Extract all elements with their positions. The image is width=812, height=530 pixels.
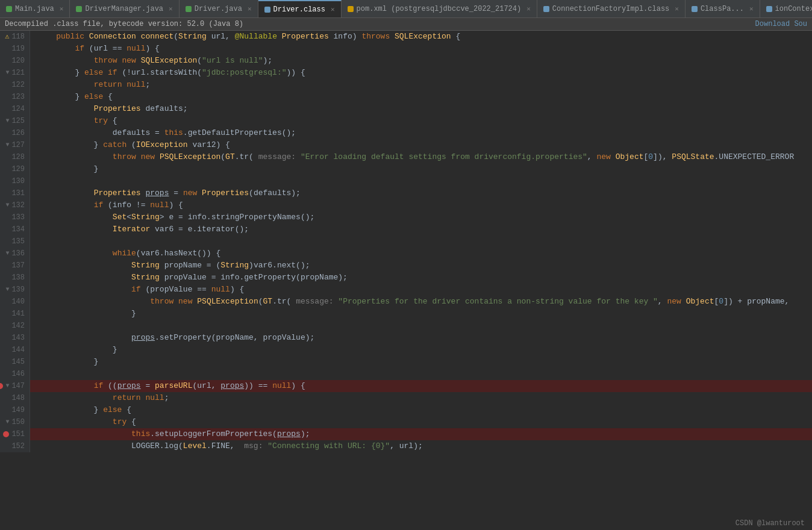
- tab-close-drivermanager[interactable]: ✕: [169, 5, 173, 13]
- tab-bar: Main.java ✕ DriverManager.java ✕ Driver.…: [0, 0, 812, 18]
- line-number-132: ▼ 132: [0, 199, 30, 211]
- table-row: 140 throw new PSQLException(GT.tr( messa…: [0, 296, 812, 308]
- table-row: 130: [0, 175, 812, 187]
- watermark: CSDN @lwanturoot: [728, 517, 812, 530]
- code-text-148: return null;: [30, 392, 812, 404]
- table-row: ▼ 147 if ((props = parseURL(url, props))…: [0, 380, 812, 392]
- line-number-141: 141: [0, 308, 30, 320]
- line-number-121: ▼ 121: [0, 67, 30, 79]
- line-number-142: 142: [0, 320, 30, 332]
- tab-label-main: Main.java: [15, 5, 54, 13]
- tab-close-main[interactable]: ✕: [60, 5, 64, 13]
- code-text-126: defaults = this.getDefaultProperties();: [30, 127, 812, 139]
- tab-icon-pom: [348, 6, 354, 12]
- line-number-144: 144: [0, 344, 30, 356]
- tab-icon-driver: [186, 6, 192, 12]
- fold-icon-121[interactable]: ▼: [5, 67, 9, 79]
- table-row: 142: [0, 320, 812, 332]
- tab-close-driver-class[interactable]: ✕: [331, 5, 335, 13]
- code-text-135: [30, 235, 812, 248]
- line-number-143: 143: [0, 332, 30, 344]
- table-row: 119 if (url == null) {: [0, 43, 812, 55]
- table-row: 146: [0, 368, 812, 380]
- code-text-122: return null;: [30, 79, 812, 91]
- code-text-147: if ((props = parseURL(url, props)) == nu…: [30, 380, 812, 392]
- code-text-145: }: [30, 356, 812, 368]
- table-row: ▼ 127 } catch (IOException var12) {: [0, 139, 812, 151]
- tab-close-classpath[interactable]: ✕: [749, 5, 754, 13]
- table-row: 151 this.setupLoggerFromProperties(props…: [0, 428, 812, 440]
- tab-main[interactable]: Main.java ✕: [0, 0, 70, 18]
- code-text-121: } else if (!url.startsWith("jdbc:postgre…: [30, 67, 812, 79]
- line-number-151: 151: [0, 428, 30, 440]
- code-text-129: }: [30, 163, 812, 175]
- line-number-119: 119: [0, 43, 30, 55]
- code-text-152: LOGGER.log(Level.FINE, msg: "Connecting …: [30, 440, 812, 452]
- breakpoint-dot-151[interactable]: [3, 431, 9, 437]
- fold-icon-136[interactable]: ▼: [5, 248, 9, 260]
- tab-ioncontext[interactable]: ionContext.class ✕: [760, 0, 812, 18]
- fold-icon-150[interactable]: ▼: [5, 416, 9, 428]
- tab-label-classpath: ClassPa...: [701, 5, 744, 13]
- line-number-136: ▼ 136: [0, 248, 30, 260]
- code-text-123: } else {: [30, 91, 812, 103]
- table-row: 128 throw new PSQLException(GT.tr( messa…: [0, 151, 812, 163]
- table-row: 131 Properties props = new Properties(de…: [0, 187, 812, 199]
- code-text-143: props.setProperty(propName, propValue);: [30, 332, 812, 344]
- table-row: 135: [0, 235, 812, 248]
- code-text-131: Properties props = new Properties(defaul…: [30, 187, 812, 199]
- tab-close-pom[interactable]: ✕: [526, 5, 531, 13]
- tab-classpath[interactable]: ClassPa... ✕: [686, 0, 760, 18]
- line-number-126: 126: [0, 127, 30, 139]
- line-number-147: ▼ 147: [0, 380, 30, 392]
- watermark-text: CSDN @lwanturoot: [735, 519, 805, 528]
- tab-driver-class[interactable]: Driver.class ✕: [258, 0, 342, 18]
- line-number-118: ⚠ 118: [0, 31, 30, 43]
- line-number-123: 123: [0, 91, 30, 103]
- line-number-130: 130: [0, 175, 30, 187]
- line-number-129: 129: [0, 163, 30, 175]
- editor-area: ⚠ 118 public Connection connect(String u…: [0, 31, 812, 526]
- code-text-134: Iterator var6 = e.iterator();: [30, 223, 812, 235]
- line-number-122: 122: [0, 79, 30, 91]
- table-row: 149 } else {: [0, 404, 812, 416]
- code-text-140: throw new PSQLException(GT.tr( message: …: [30, 296, 812, 308]
- code-text-149: } else {: [30, 404, 812, 416]
- table-row: 129 }: [0, 163, 812, 175]
- code-text-137: String propName = (String)var6.next();: [30, 260, 812, 272]
- fold-icon-139[interactable]: ▼: [5, 284, 9, 296]
- tab-label-ioncontext: ionContext.class: [775, 5, 812, 13]
- code-text-124: Properties defaults;: [30, 103, 812, 115]
- tab-icon-classpath: [692, 6, 698, 12]
- fold-icon-132[interactable]: ▼: [5, 199, 9, 211]
- warning-icon-118: ⚠: [5, 31, 9, 43]
- line-number-125: ▼ 125: [0, 115, 30, 127]
- notif-text: Decompiled .class file, bytecode version…: [5, 20, 243, 28]
- line-number-150: ▼ 150: [0, 416, 30, 428]
- tab-driver[interactable]: Driver.java ✕: [180, 0, 258, 18]
- fold-icon-125[interactable]: ▼: [5, 115, 9, 127]
- table-row: 134 Iterator var6 = e.iterator();: [0, 223, 812, 235]
- line-number-128: 128: [0, 151, 30, 163]
- table-row: ▼ 132 if (info != null) {: [0, 199, 812, 211]
- line-number-134: 134: [0, 223, 30, 235]
- table-row: 148 return null;: [0, 392, 812, 404]
- breakpoint-dot-147[interactable]: [0, 383, 3, 389]
- tab-pom[interactable]: pom.xml (postgresqljdbccve_2022_21724) ✕: [342, 0, 537, 18]
- download-source-link[interactable]: Download Sou: [755, 20, 807, 28]
- code-editor[interactable]: ⚠ 118 public Connection connect(String u…: [0, 31, 812, 526]
- table-row: ▼ 150 try {: [0, 416, 812, 428]
- tab-drivermanager[interactable]: DriverManager.java ✕: [70, 0, 179, 18]
- code-text-141: }: [30, 308, 812, 320]
- code-text-132: if (info != null) {: [30, 199, 812, 211]
- tab-connectionfactory[interactable]: ConnectionFactoryImpl.class ✕: [537, 0, 686, 18]
- tab-close-driver[interactable]: ✕: [248, 5, 252, 13]
- fold-icon-127[interactable]: ▼: [5, 139, 9, 151]
- fold-icon-147[interactable]: ▼: [5, 380, 9, 392]
- code-text-127: } catch (IOException var12) {: [30, 139, 812, 151]
- code-text-128: throw new PSQLException(GT.tr( message: …: [30, 151, 812, 163]
- tab-label-driver-class: Driver.class: [273, 5, 325, 14]
- tab-close-connectionfactory[interactable]: ✕: [675, 5, 679, 13]
- table-row: 143 props.setProperty(propName, propValu…: [0, 332, 812, 344]
- code-text-138: String propValue = info.getProperty(prop…: [30, 272, 812, 284]
